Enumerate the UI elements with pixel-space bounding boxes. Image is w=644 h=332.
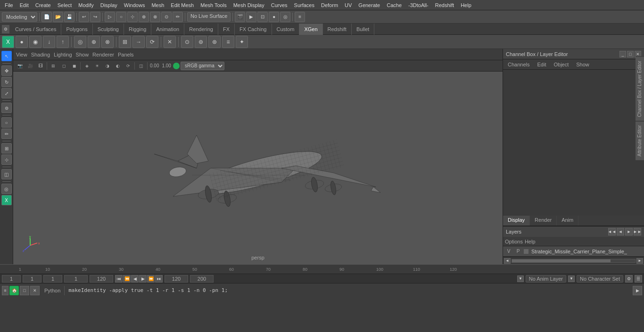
paint-tool-btn[interactable]: ✏ [1, 129, 12, 139]
snap-pt-btn[interactable]: ⊹ [1, 154, 12, 165]
tab-xgen[interactable]: XGen [299, 24, 322, 35]
menu-modify[interactable]: Modify [75, 1, 96, 9]
menu-generate[interactable]: Generate [355, 1, 383, 9]
menu-mesh[interactable]: Mesh [149, 1, 167, 9]
range-start-field[interactable]: 1 [64, 275, 88, 283]
xgen-btn-11[interactable]: ✕ [164, 36, 176, 48]
soft-sel-btn[interactable]: ⊚ [1, 103, 12, 113]
channel-box-minimize[interactable]: _ [619, 51, 626, 57]
char-set-btn[interactable]: No Character Set [577, 275, 623, 283]
xgen-btn-0[interactable]: X [2, 36, 14, 48]
rtab-display[interactable]: Display [503, 216, 530, 226]
xgen-btn-3[interactable]: ↓ [43, 36, 55, 48]
snap1-btn[interactable]: ⊹ [127, 12, 138, 22]
render5-btn[interactable]: ◎ [280, 12, 290, 22]
misc-btn[interactable]: ≡ [295, 12, 305, 22]
vp-cam2-btn[interactable]: 🎥 [25, 62, 35, 70]
xgen-btn-10[interactable]: ⟳ [146, 36, 158, 48]
bottom-left-expand-btn[interactable]: ≡ [2, 286, 8, 295]
layers-nav-fwd1[interactable]: ►► [634, 228, 641, 235]
vp-grid-btn[interactable]: ⊞ [49, 62, 58, 70]
vp-shading-menu[interactable]: Shading [31, 52, 50, 57]
xgen-btn-1[interactable]: ● [16, 36, 28, 48]
render4-btn[interactable]: ● [269, 12, 279, 22]
tab-sculpting[interactable]: Sculpting [93, 24, 124, 35]
vp-anim-btn[interactable]: ⟳ [124, 62, 133, 70]
step-fwd-btn[interactable]: ⏩ [147, 275, 155, 283]
right-panel-scrollbar[interactable]: ◄ ► [503, 257, 644, 264]
range-end-field[interactable]: 120 [90, 275, 113, 283]
vp-camera-btn[interactable]: 📷 [15, 62, 25, 70]
scroll-right-btn[interactable]: ► [636, 258, 643, 264]
bottom-icon-btn[interactable]: 🏠 [9, 286, 19, 295]
render-btn[interactable]: 🎬 [235, 12, 245, 22]
tab-rigging[interactable]: Rigging [124, 24, 151, 35]
bottom-expand2-btn[interactable]: ✕ [30, 286, 40, 295]
scroll-track[interactable] [512, 259, 636, 263]
xgen-btn-9[interactable]: → [132, 36, 145, 48]
move-tool-btn[interactable]: ✥ [1, 65, 12, 76]
render2-btn[interactable]: ▶ [246, 12, 256, 22]
new-scene-btn[interactable]: 📄 [41, 12, 52, 22]
skip-to-start-btn[interactable]: ⏮ [115, 275, 123, 283]
anim-layer-dropdown-arrow[interactable]: ▼ [517, 275, 524, 282]
channel-box-expand[interactable]: □ [627, 51, 634, 57]
paint-btn[interactable]: ✏ [173, 12, 183, 22]
ch-tab-channels[interactable]: Channels [505, 61, 532, 68]
snap-grid-btn[interactable]: ⊞ [1, 143, 12, 154]
python-command[interactable]: makeIdentity -apply true -t 1 -r 1 -s 1 … [66, 287, 632, 293]
anim-layer-btn[interactable]: No Anim Layer [526, 275, 566, 283]
redo-btn[interactable]: ↪ [90, 12, 100, 22]
menu-uv[interactable]: UV [342, 1, 355, 9]
tab-fx-caching[interactable]: FX Caching [235, 24, 272, 35]
open-scene-btn[interactable]: 📂 [53, 12, 63, 22]
xgen-btn-2[interactable]: ◉ [29, 36, 41, 48]
vp-shadow-btn[interactable]: ◑ [103, 62, 112, 70]
lasso-tool-btn[interactable]: ○ [1, 117, 12, 128]
bottom-minimize-btn[interactable]: □ [20, 286, 29, 295]
layers-opt-options[interactable]: Options [505, 239, 523, 244]
workspace-dropdown[interactable]: Modeling [2, 12, 37, 22]
status-extra-btn[interactable]: ☰ [635, 275, 642, 283]
play-fwd-btn[interactable]: ▶ [139, 275, 147, 283]
skip-to-end-btn[interactable]: ⏭ [155, 275, 163, 283]
ch-tab-object[interactable]: Object [551, 61, 571, 68]
menu-redshift[interactable]: Redshift [432, 1, 457, 9]
vp-solid-btn[interactable]: ◼ [69, 62, 79, 70]
vp-panels-menu[interactable]: Panels [118, 52, 134, 57]
select-tool-btn[interactable]: ↖ [1, 51, 12, 61]
menu-help[interactable]: Help [458, 1, 474, 9]
xgen-btn-6[interactable]: ⊕ [88, 36, 100, 48]
menu-mesh-tools[interactable]: Mesh Tools [198, 1, 229, 9]
timeline-track[interactable] [0, 265, 644, 274]
vp-light-btn[interactable]: ☀ [92, 62, 102, 70]
tab-redshift[interactable]: Redshift [323, 24, 352, 35]
menu-file[interactable]: File [2, 1, 16, 9]
snap2-btn[interactable]: ⊕ [139, 12, 149, 22]
rtab-anim[interactable]: Anim [557, 216, 578, 226]
menu-select[interactable]: Select [55, 1, 75, 9]
menu-cache[interactable]: Cache [384, 1, 405, 9]
xgen-btn-16[interactable]: ✦ [236, 36, 248, 48]
scroll-left-btn[interactable]: ◄ [504, 258, 511, 264]
scale-tool-btn[interactable]: ⤢ [1, 88, 12, 98]
vp-lighting-menu[interactable]: Lighting [54, 52, 72, 57]
layers-opt-help[interactable]: Help [525, 239, 536, 244]
undo-btn[interactable]: ↩ [79, 12, 89, 22]
ch-tab-show[interactable]: Show [573, 61, 592, 68]
snap3-btn[interactable]: ⊗ [150, 12, 160, 22]
tab-curves-surfaces[interactable]: Curves / Surfaces [10, 24, 61, 35]
select-btn[interactable]: ▷ [105, 12, 115, 22]
vp-hud-btn[interactable]: ◫ [136, 62, 146, 70]
menu-create[interactable]: Create [33, 1, 54, 9]
tabs-settings-btn[interactable]: ⚙ [2, 25, 9, 33]
play-back-btn[interactable]: ◀ [131, 275, 139, 283]
menu-curves[interactable]: Curves [268, 1, 290, 9]
menu-display[interactable]: Display [98, 1, 120, 9]
tab-custom[interactable]: Custom [272, 24, 300, 35]
menu-surfaces[interactable]: Surfaces [291, 1, 317, 9]
vp-colorspace-dropdown[interactable]: sRGB gamma [181, 62, 224, 70]
edge-tab-attribute-editor[interactable]: Attribute Editor [636, 121, 644, 160]
rtab-render[interactable]: Render [530, 216, 557, 226]
python-execute-btn[interactable]: ▶ [633, 286, 642, 295]
